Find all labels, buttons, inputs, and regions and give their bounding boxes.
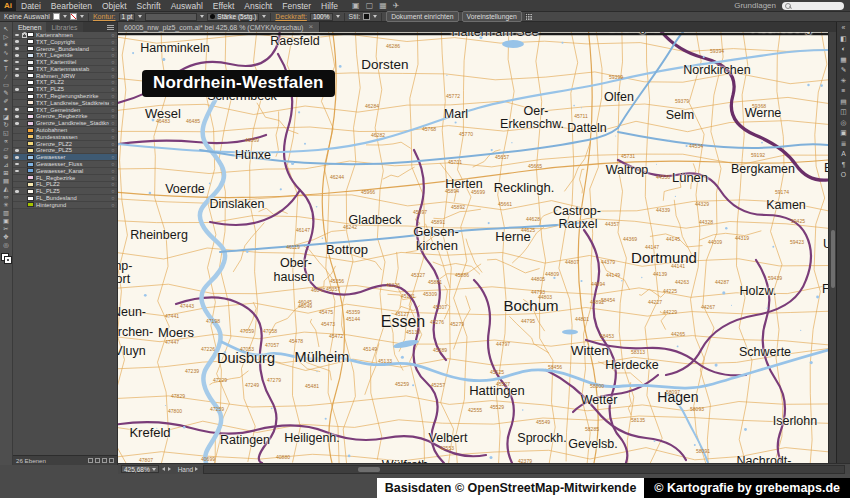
style-swatch[interactable]	[363, 13, 370, 20]
close-tab-icon[interactable]: ×	[308, 22, 313, 32]
graphic-styles-panel-icon[interactable]: ▣	[840, 129, 846, 136]
horizontal-scrollbar[interactable]	[203, 465, 845, 474]
width-tool-icon[interactable]: ∝	[0, 137, 13, 145]
panel-menu-icon[interactable]	[107, 25, 114, 30]
search-input[interactable]	[782, 2, 844, 10]
lasso-tool-icon[interactable]: ∿	[0, 49, 13, 57]
layer-visibility-toggle[interactable]	[13, 47, 21, 50]
map-canvas[interactable]: HamminkelnRaesfeldDorstenHaltern am SeeL…	[118, 32, 828, 463]
scissors-tool-icon[interactable]: ✂	[0, 225, 13, 233]
tab-libraries[interactable]: Libraries	[46, 22, 82, 32]
opentype-panel-icon[interactable]: O	[841, 171, 846, 178]
fill-caret-icon[interactable]	[63, 15, 67, 18]
next-artboard-icon[interactable]	[168, 467, 171, 471]
layer-target-icon[interactable]: ○	[109, 188, 117, 194]
layer-target-icon[interactable]: ○	[109, 134, 117, 140]
layer-target-icon[interactable]: ○	[109, 73, 117, 79]
layer-target-icon[interactable]: ○	[109, 175, 117, 181]
layer-target-icon[interactable]: ○	[109, 39, 117, 45]
layer-visibility-toggle[interactable]	[13, 163, 21, 166]
color-guide-panel-icon[interactable]: ◐	[841, 45, 845, 52]
prev-artboard-icon[interactable]	[162, 467, 165, 471]
perspective-grid-tool-icon[interactable]: ⊿	[0, 161, 13, 169]
color-panel-icon[interactable]: ◧	[840, 35, 846, 42]
stroke-caret-icon[interactable]	[80, 15, 84, 18]
control-panel-menu-icon[interactable]	[525, 13, 532, 20]
gradient-tool-icon[interactable]: ▤	[0, 177, 13, 185]
layer-target-icon[interactable]: ○	[109, 141, 117, 147]
status-menu-icon[interactable]	[195, 467, 198, 471]
stroke-weight-label[interactable]: Kontur:	[93, 13, 116, 20]
layer-visibility-toggle[interactable]	[13, 108, 21, 111]
layer-target-icon[interactable]: ○	[109, 181, 117, 187]
opacity-field[interactable]: 100%	[310, 13, 333, 21]
paragraph-panel-icon[interactable]: ¶	[842, 161, 846, 168]
document-setup-button[interactable]: Dokument einrichten	[386, 11, 458, 22]
brush-caret-icon[interactable]	[262, 15, 266, 18]
layer-lock-toggle[interactable]	[21, 32, 27, 37]
line-segment-tool-icon[interactable]: ∕	[0, 73, 13, 81]
vertical-scrollbar-thumb[interactable]	[831, 230, 835, 288]
brush-dropdown[interactable]: Stärke (5stg.)	[207, 13, 259, 21]
appearance-panel-icon[interactable]: ◎	[841, 119, 847, 126]
menu-bearbeiten[interactable]: Bearbeiten	[46, 0, 97, 12]
opacity-label[interactable]: Deckkraft:	[275, 13, 307, 20]
arrange-documents-icon[interactable]: ▦	[376, 0, 390, 12]
blend-tool-icon[interactable]: ∞	[0, 193, 13, 201]
layer-visibility-toggle[interactable]	[13, 61, 21, 64]
zoom-tool-icon[interactable]: ◎	[0, 241, 13, 249]
gradient-panel-icon[interactable]: ▤	[840, 98, 846, 105]
layer-target-icon[interactable]: ○	[109, 147, 117, 153]
make-clipping-mask-icon[interactable]	[88, 458, 93, 463]
selection-tool-icon[interactable]: ↖	[0, 25, 13, 33]
layer-target-icon[interactable]: ○	[109, 195, 117, 201]
zoom-caret-icon[interactable]	[152, 468, 156, 471]
layer-visibility-toggle[interactable]	[13, 190, 21, 193]
layer-target-icon[interactable]: ○	[109, 100, 117, 106]
pen-tool-icon[interactable]: ✒	[0, 57, 13, 65]
artboard-tool-icon[interactable]: ▣	[0, 217, 13, 225]
layer-target-icon[interactable]: ○	[109, 168, 117, 174]
mesh-tool-icon[interactable]: ⊞	[0, 169, 13, 177]
graph-tool-icon[interactable]: ▥	[0, 209, 13, 217]
stroke-panel-icon[interactable]: ≡	[842, 87, 846, 94]
style-caret-icon[interactable]	[373, 15, 377, 18]
layer-target-icon[interactable]: ○	[109, 46, 117, 52]
symbols-panel-icon[interactable]: ✳	[841, 77, 847, 84]
layer-target-icon[interactable]: ○	[109, 154, 117, 160]
menu-effekt[interactable]: Effekt	[208, 0, 240, 12]
new-sublayer-icon[interactable]	[95, 458, 100, 463]
hand-tool-icon[interactable]: ✥	[0, 233, 13, 241]
document-tab[interactable]: 60005_nrw_plz5_com.ai* bei 425,68 % (CMY…	[118, 22, 320, 32]
rectangle-tool-icon[interactable]: ▭	[0, 81, 13, 89]
layer-visibility-toggle[interactable]	[13, 74, 21, 77]
free-transform-tool-icon[interactable]: ▱	[0, 145, 13, 153]
layer-visibility-toggle[interactable]	[13, 68, 21, 71]
menu-auswahl[interactable]: Auswahl	[166, 0, 208, 12]
blob-brush-tool-icon[interactable]: ●	[0, 105, 13, 113]
transparency-panel-icon[interactable]: ◫	[840, 108, 846, 115]
preferences-button[interactable]: Voreinstellungen	[462, 11, 522, 22]
type-tool-icon[interactable]: T	[0, 65, 13, 73]
layer-visibility-toggle[interactable]	[13, 34, 21, 37]
layer-target-icon[interactable]: ○	[109, 66, 117, 72]
eraser-tool-icon[interactable]: ◪	[0, 113, 13, 121]
layer-target-icon[interactable]: ○	[109, 52, 117, 58]
stroke-weight-caret-icon[interactable]	[138, 15, 142, 18]
zoom-level-field[interactable]: 425,68%	[121, 465, 159, 473]
layer-target-icon[interactable]: ○	[109, 120, 117, 126]
menu-schrift[interactable]: Schrift	[132, 0, 166, 12]
collapse-panels-icon[interactable]: «	[842, 24, 846, 31]
workspace-label[interactable]: Grundlagen	[734, 1, 782, 10]
brushes-panel-icon[interactable]: ✎	[841, 66, 847, 73]
eyedropper-tool-icon[interactable]: ◭	[0, 185, 13, 193]
toolbar-stroke-swatch[interactable]	[5, 257, 11, 263]
layer-target-icon[interactable]: ○	[109, 127, 117, 133]
swatches-panel-icon[interactable]: ▦	[840, 56, 846, 63]
tab-ebenen[interactable]: Ebenen	[13, 22, 46, 32]
width-profile-dropdown[interactable]	[145, 13, 197, 21]
opacity-caret-icon[interactable]	[336, 15, 340, 18]
bridge-icon[interactable]: ▣	[349, 0, 363, 12]
fill-swatch[interactable]	[53, 13, 60, 20]
stroke-weight-field[interactable]: 1 pt	[119, 13, 136, 21]
